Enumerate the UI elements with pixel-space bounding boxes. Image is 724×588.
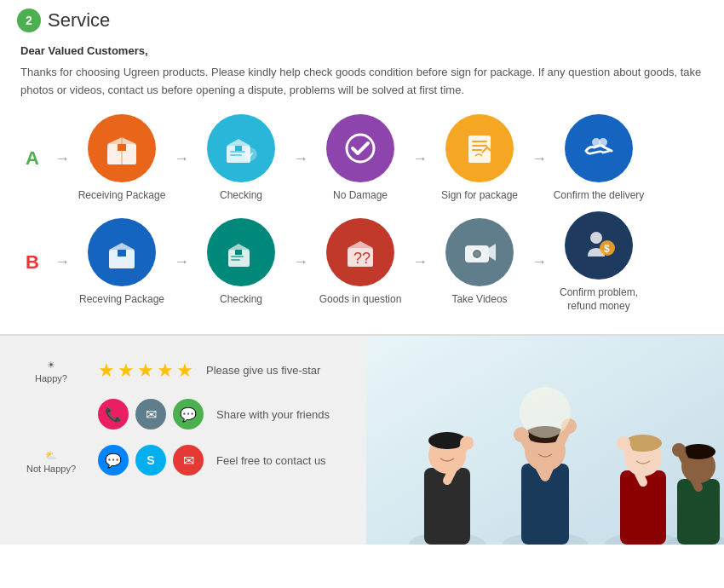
- arrow-b1: →: [174, 253, 189, 271]
- svg-point-33: [590, 232, 602, 244]
- svg-marker-30: [489, 244, 496, 261]
- greeting-text: Dear Valued Customers,: [20, 43, 707, 61]
- contact-icons: 💬 S ✉: [98, 445, 204, 476]
- svg-rect-25: [231, 259, 240, 261]
- flow-item-a4: Sign for package: [433, 114, 526, 203]
- icon-circle-a3: [326, 114, 394, 182]
- receiving-package-b-icon: [101, 231, 143, 274]
- arrow-a0: →: [55, 150, 70, 168]
- svg-rect-20: [118, 250, 126, 257]
- svg-point-11: [347, 135, 374, 162]
- flow-section-a: A → Receiving Package →: [17, 114, 707, 203]
- svg-rect-7: [230, 151, 245, 153]
- svg-point-17: [599, 138, 607, 147]
- flow-row-a: A → Receiving Package →: [26, 114, 698, 203]
- arrow-a2: →: [293, 150, 308, 168]
- email-icon-circle[interactable]: ✉: [135, 399, 166, 429]
- sign-package-icon: [458, 127, 501, 170]
- step-number: 2: [17, 9, 41, 32]
- top-section: 2 Service Dear Valued Customers, Thanks …: [0, 0, 724, 334]
- call-icon-circle[interactable]: 📞: [98, 399, 129, 429]
- email-icon: ✉: [146, 406, 157, 423]
- svg-marker-27: [348, 241, 373, 248]
- arrow-b0: →: [55, 253, 70, 271]
- intro-block: Dear Valued Customers, Thanks for choosi…: [17, 43, 707, 99]
- contact-email-icon-circle[interactable]: ✉: [173, 445, 204, 476]
- chat-icon: 💬: [180, 406, 197, 423]
- messenger-icon: 💬: [105, 453, 122, 469]
- messenger-icon-circle[interactable]: 💬: [98, 445, 129, 476]
- skype-icon-circle[interactable]: S: [135, 445, 166, 476]
- no-damage-icon: [339, 127, 382, 170]
- svg-marker-19: [109, 243, 135, 250]
- icon-circle-a2: ✓: [207, 114, 275, 182]
- confirm-delivery-icon: [577, 127, 620, 170]
- flow-label-b1: Receving Package: [79, 293, 164, 307]
- star-actions: ★ ★ ★ ★ ★: [98, 360, 193, 382]
- svg-point-57: [520, 387, 571, 438]
- people-svg: [366, 336, 724, 545]
- icon-circle-b3: ??: [326, 218, 394, 286]
- svg-point-63: [672, 443, 686, 457]
- star-4[interactable]: ★: [157, 360, 174, 382]
- camera-icon: [458, 231, 501, 274]
- happy-label: Happy?: [35, 373, 67, 383]
- flow-label-a2: Checking: [220, 189, 262, 203]
- star-5[interactable]: ★: [176, 360, 193, 382]
- contact-text: Feel free to contact us: [216, 454, 326, 467]
- not-happy-icon-wrap: ⛅ Not Happy?: [17, 447, 85, 474]
- svg-rect-23: [235, 250, 242, 255]
- svg-point-42: [460, 436, 474, 450]
- svg-rect-14: [472, 145, 487, 147]
- happy-icon-wrap: ☀ Happy?: [17, 357, 85, 383]
- svg-marker-22: [228, 244, 250, 250]
- svg-text:??: ??: [353, 250, 371, 267]
- svg-text:✓: ✓: [247, 151, 254, 160]
- flow-item-b2: Checking: [194, 218, 288, 307]
- flow-row-b: B → Receving Package →: [26, 211, 698, 313]
- arrow-b3: →: [412, 253, 428, 271]
- star-2[interactable]: ★: [118, 360, 135, 382]
- svg-point-32: [474, 251, 480, 257]
- svg-rect-8: [230, 154, 242, 156]
- star-1[interactable]: ★: [98, 360, 115, 382]
- icon-circle-b5: $: [565, 211, 633, 280]
- flow-item-b5: $ Confirm problem, refund money: [552, 211, 646, 313]
- svg-rect-24: [231, 256, 244, 257]
- flow-label-b3: Goods in question: [319, 293, 402, 307]
- flow-item-b1: Receving Package: [75, 218, 169, 307]
- icon-circle-a1: [88, 114, 156, 182]
- share-row: 📞 ✉ 💬 Share with your friends: [17, 399, 358, 429]
- refund-icon: $: [577, 224, 620, 267]
- svg-text:$: $: [604, 243, 610, 255]
- checking-b-icon: [220, 231, 262, 274]
- social-icons: 📞 ✉ 💬: [98, 399, 204, 429]
- icon-circle-a5: [565, 114, 633, 182]
- flow-label-a3: No Damage: [333, 189, 388, 203]
- arrow-a1: →: [174, 150, 189, 168]
- package-icon: [101, 127, 143, 170]
- five-star-text: Please give us five-star: [206, 364, 320, 377]
- svg-rect-15: [472, 149, 482, 151]
- chat-icon-circle[interactable]: 💬: [173, 399, 204, 429]
- flow-label-b5: Confirm problem, refund money: [552, 286, 646, 313]
- page-container: 2 Service Dear Valued Customers, Thanks …: [0, 0, 724, 588]
- svg-point-56: [617, 436, 630, 450]
- row-label-a: A: [26, 147, 43, 170]
- cloud-icon: ⛅: [45, 450, 57, 461]
- bottom-section: ☀ Happy? ★ ★ ★ ★ ★ Please give us five-s…: [0, 336, 724, 545]
- icon-circle-b2: [207, 218, 275, 286]
- arrow-b4: →: [532, 253, 547, 271]
- flow-label-b2: Checking: [220, 293, 262, 307]
- star-row[interactable]: ★ ★ ★ ★ ★: [98, 360, 193, 382]
- bottom-left: ☀ Happy? ★ ★ ★ ★ ★ Please give us five-s…: [0, 336, 375, 545]
- svg-rect-6: [235, 146, 242, 151]
- icon-circle-b1: [88, 218, 156, 286]
- flow-section-b: B → Receving Package →: [17, 211, 707, 313]
- flow-item-a5: Confirm the delivery: [552, 114, 646, 203]
- checking-icon: ✓: [220, 127, 262, 170]
- flow-label-a4: Sign for package: [441, 189, 518, 203]
- star-3[interactable]: ★: [137, 360, 154, 382]
- not-happy-row: ⛅ Not Happy? 💬 S ✉: [17, 445, 358, 476]
- share-text: Share with your friends: [216, 408, 330, 421]
